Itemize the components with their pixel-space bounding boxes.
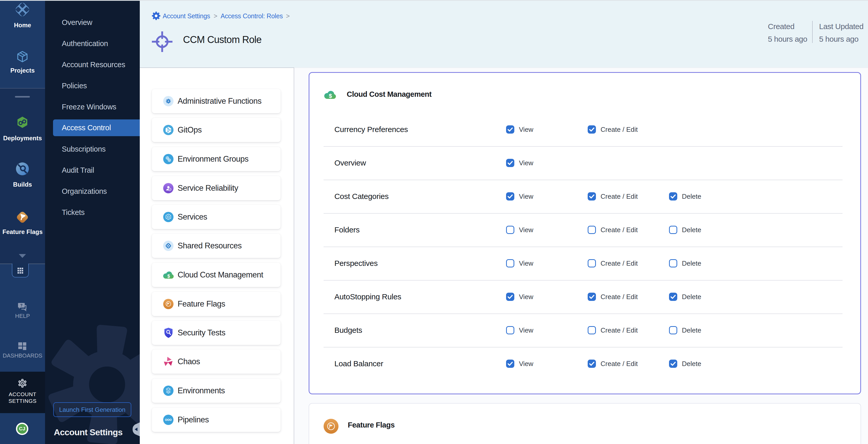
svg-text:?: ? [20, 303, 22, 307]
svg-text:$: $ [329, 93, 332, 99]
svg-text:$: $ [167, 274, 170, 279]
